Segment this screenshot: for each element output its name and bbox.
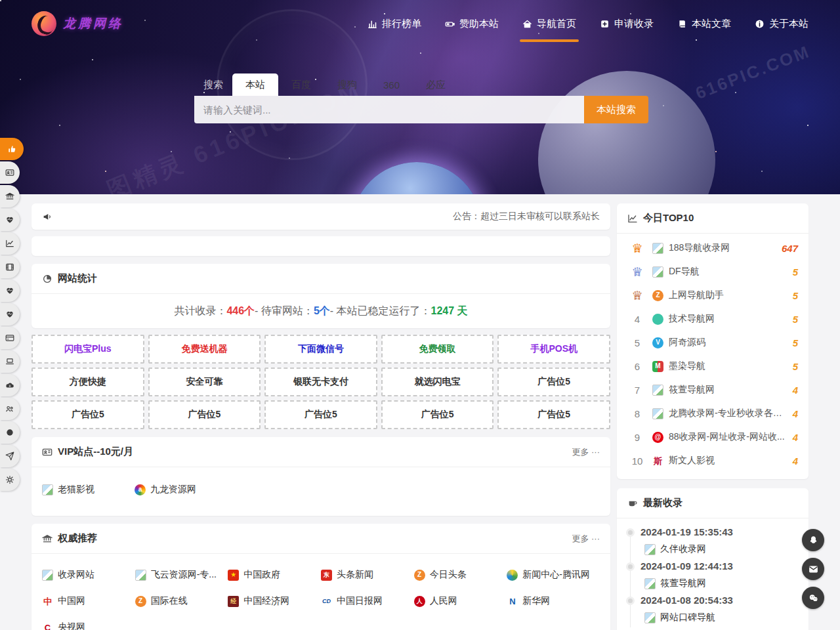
latest-timeline: 2024-01-19 15:35:43 久伴收录网 2024-01-09 12:…	[617, 518, 808, 630]
tab-bing[interactable]: 必应	[413, 74, 459, 96]
ad-cell[interactable]: 下面微信号	[264, 335, 377, 364]
nav-sponsor[interactable]: 赞助本站	[445, 10, 499, 37]
site-link[interactable]: 中中国网	[42, 588, 135, 614]
nav-submit-site[interactable]: 申请收录	[600, 10, 654, 37]
ad-cell[interactable]: 广告位5	[32, 400, 144, 429]
top10-row[interactable]: 6 M 墨染导航 5	[617, 354, 808, 378]
tab-baidu[interactable]: 百度	[278, 74, 324, 96]
dock-health-1[interactable]	[0, 209, 20, 231]
site-name: 中国网	[58, 595, 85, 607]
dock-community[interactable]	[0, 398, 20, 420]
top10-row[interactable]: 7 筱萱导航网 4	[617, 378, 808, 402]
home-icon	[522, 19, 532, 29]
site-name: 中国政府	[243, 569, 280, 581]
site-link[interactable]: Z国际在线	[135, 588, 228, 614]
dock-send[interactable]	[0, 445, 20, 467]
top10-row[interactable]: 10 斯 斯文人影视 4	[617, 449, 808, 472]
stats-uptime-days: 1247 天	[431, 304, 468, 318]
site-link[interactable]: 网站口碑导航	[644, 612, 798, 623]
vip-more-link[interactable]: 更多 ···	[572, 446, 600, 458]
site-link[interactable]: 飞云资源网-专...	[135, 562, 228, 588]
site-link[interactable]: 老猫影视	[42, 476, 135, 503]
site-search-button[interactable]: 本站搜索	[584, 96, 648, 123]
visit-count: 4	[793, 432, 798, 443]
dock-download[interactable]	[0, 374, 20, 396]
site-link[interactable]: 人人民网	[414, 588, 507, 614]
dock-health-2[interactable]	[0, 280, 20, 302]
ad-cell[interactable]: 就选闪电宝	[381, 368, 494, 396]
site-name: 新华网	[522, 595, 550, 607]
bank-icon	[42, 534, 52, 544]
ad-cell[interactable]: 银联无卡支付	[264, 368, 377, 396]
nav-home[interactable]: 导航首页	[522, 10, 576, 37]
dock-film[interactable]	[0, 256, 20, 278]
dock-vip[interactable]	[0, 161, 20, 184]
tab-local-site[interactable]: 本站	[232, 74, 278, 96]
ad-cell[interactable]: 广告位5	[497, 368, 610, 396]
top10-row[interactable]: 9 @ 88收录网-网址收录-网站收... 4	[617, 425, 808, 449]
email-contact-button[interactable]	[802, 558, 824, 580]
tab-sogou[interactable]: 搜狗	[324, 74, 370, 96]
ad-cell[interactable]: 手机POS机	[497, 335, 610, 364]
mail-icon	[808, 564, 819, 575]
ad-cell[interactable]: 广告位5	[381, 400, 494, 429]
main-content: 公告：超过三日未审核可以联系站长 网站统计 共计收录： 446个 - 待审网站：…	[32, 203, 808, 630]
qq-contact-button[interactable]	[802, 529, 824, 551]
ad-cell[interactable]: 广告位5	[497, 400, 610, 429]
site-favicon: Z	[414, 570, 425, 581]
site-link[interactable]: 久伴收录网	[644, 543, 798, 555]
rank-number: 6	[627, 361, 647, 372]
qq-icon	[808, 535, 819, 546]
top10-row[interactable]: 8 龙腾收录网-专业秒收录各种... 4	[617, 402, 808, 425]
site-link[interactable]: CD中国日报网	[321, 588, 413, 614]
site-favicon	[42, 484, 53, 495]
top10-row[interactable]: 4 技术导航网 5	[617, 307, 808, 331]
dock-settings[interactable]	[0, 469, 20, 491]
dock-like[interactable]	[0, 138, 24, 160]
site-link[interactable]: 筱萱导航网	[644, 578, 798, 589]
top10-row[interactable]: 5 V 阿奇源码 5	[617, 331, 808, 354]
ad-cell[interactable]: 广告位5	[264, 400, 377, 429]
rank-number: 8	[627, 408, 647, 419]
nav-about[interactable]: 关于本站	[755, 10, 808, 37]
dock-authority[interactable]	[0, 185, 20, 207]
ad-cell[interactable]: 免费送机器	[148, 335, 261, 364]
site-link[interactable]: C央视网	[42, 614, 135, 630]
ad-cell[interactable]: 安全可靠	[148, 368, 261, 396]
ad-cell[interactable]: 广告位5	[148, 400, 261, 429]
site-link[interactable]: ★中国政府	[228, 562, 320, 588]
site-logo[interactable]: 龙腾网络	[32, 11, 123, 36]
tab-360[interactable]: 360	[370, 74, 413, 96]
ad-cell[interactable]: 闪电宝Plus	[32, 335, 144, 364]
entry-timestamp: 2024-01-09 12:44:13	[640, 560, 798, 572]
authority-card: 权威推荐 更多 ··· 收录网站 飞云资源网-专... ★中国政府 东头条新闻 …	[32, 524, 610, 630]
dock-pc[interactable]	[0, 350, 20, 373]
nav-label: 导航首页	[537, 18, 576, 30]
site-link[interactable]: 收录网站	[42, 562, 135, 588]
top10-row[interactable]: ♛3 Z 上网导航助手 5	[617, 284, 808, 307]
nav-label: 排行榜单	[382, 18, 421, 30]
stats-part: 共计收录：	[174, 304, 226, 318]
dock-pay[interactable]	[0, 327, 20, 349]
site-link[interactable]: N新华网	[507, 588, 599, 614]
latest-title: 最新收录	[643, 497, 682, 509]
visit-count: 4	[793, 385, 798, 396]
search-input[interactable]	[194, 96, 584, 123]
top10-row[interactable]: ♛1 188导航收录网 647	[617, 236, 808, 260]
nav-articles[interactable]: 本站文章	[677, 10, 731, 37]
dock-trend[interactable]	[0, 232, 20, 255]
site-link[interactable]: 东头条新闻	[321, 562, 413, 588]
top10-row[interactable]: ♛2 DF导航 5	[617, 260, 808, 284]
authority-more-link[interactable]: 更多 ···	[572, 533, 600, 545]
ad-cell[interactable]: 免费领取	[381, 335, 494, 364]
dock-health-3[interactable]	[0, 303, 20, 326]
site-link[interactable]: a九龙资源网	[135, 476, 227, 503]
site-stats-card: 网站统计 共计收录： 446个 - 待审网站： 5个 - 本站已稳定运行了： 1…	[32, 264, 610, 328]
site-link[interactable]: Z今日头条	[414, 562, 507, 588]
site-link[interactable]: 新闻中心-腾讯网	[507, 562, 599, 588]
wechat-contact-button[interactable]	[802, 587, 824, 609]
site-link[interactable]: 经中国经济网	[228, 588, 320, 614]
dock-dot[interactable]	[0, 421, 20, 444]
nav-rank-list[interactable]: 排行榜单	[368, 10, 421, 37]
ad-cell[interactable]: 方便快捷	[32, 368, 144, 396]
